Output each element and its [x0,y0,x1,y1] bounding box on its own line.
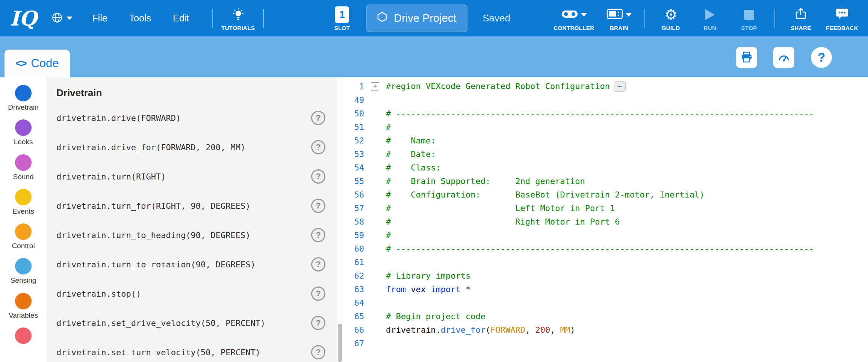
slot-button[interactable]: 1 SLOT [328,5,356,31]
brain-button[interactable]: BRAIN [605,5,633,31]
play-icon [705,9,715,20]
command-help-button[interactable]: ? [311,199,325,213]
category-rail: DrivetrainLooksSoundEventsControlSensing… [0,77,47,362]
code-line: 1+#region VEXcode Generated Robot Config… [343,80,868,93]
category-color-dot [15,119,32,136]
share-label: SHARE [791,25,811,31]
run-label: RUN [704,25,717,31]
line-number: 52 [343,136,364,145]
category-variables[interactable]: Variables [0,293,47,327]
command-help-button[interactable]: ? [311,345,325,359]
command-help-button[interactable]: ? [311,257,325,272]
language-button[interactable] [51,12,73,25]
command-item[interactable]: drivetrain.drive(FORWARD)? [56,103,337,133]
command-help-button[interactable]: ? [311,287,325,301]
brain-icon [606,8,623,21]
command-help-button[interactable]: ? [311,228,325,242]
code-line: 63from vex import * [343,282,868,296]
divider [212,9,213,28]
slot-label: SLOT [334,25,350,31]
hexagon-icon [377,12,387,25]
scrollbar-thumb[interactable] [338,324,342,362]
tutorials-button[interactable]: TUTORIALS [221,5,255,31]
category-sound[interactable]: Sound [0,154,47,189]
command-item[interactable]: drivetrain.turn_for(RIGHT, 90, DEGREES)? [56,191,337,220]
chevron-down-icon [67,17,73,20]
category-label: Variables [9,311,38,320]
menu-file[interactable]: File [85,13,114,24]
command-item[interactable]: drivetrain.stop()? [56,279,337,308]
code-lines: 1+#region VEXcode Generated Robot Config… [343,80,868,350]
category-sensing[interactable]: Sensing [0,258,47,293]
command-item[interactable]: drivetrain.turn_to_rotation(90, DEGREES)… [56,250,337,279]
slot-icon: 1 [335,5,349,24]
tutorials-label: TUTORIALS [221,25,255,31]
lightbulb-icon [232,5,245,24]
controller-button[interactable]: CONTROLLER [553,5,594,31]
line-number: 58 [343,217,364,226]
command-item[interactable]: drivetrain.set_turn_velocity(50, PERCENT… [56,338,337,362]
gauge-icon [777,51,790,64]
line-number: 61 [343,258,364,267]
brain-label: BRAIN [610,25,629,31]
code-line: 49 [343,93,868,107]
code-line: 50# ------------------------------------… [343,107,868,120]
build-button[interactable]: ⚙︎ BUILD [656,5,685,31]
line-number: 62 [343,271,364,281]
project-name: Drive Project [394,12,456,24]
category-partial[interactable] [0,327,47,362]
project-name-button[interactable]: Drive Project [366,5,467,32]
code-text: #region VEXcode Generated Robot Configur… [386,81,626,92]
fold-toggle-icon[interactable]: + [371,82,379,90]
controller-label: CONTROLLER [553,25,594,31]
command-item[interactable]: drivetrain.drive_for(FORWARD, 200, MM)? [56,133,337,162]
print-button[interactable] [736,47,757,68]
code-line: 60# ------------------------------------… [343,242,868,255]
category-color-dot [15,327,32,344]
command-item[interactable]: drivetrain.set_drive_velocity(50, PERCEN… [56,308,337,338]
line-number: 64 [343,298,364,308]
category-color-dot [15,154,32,171]
command-help-button[interactable]: ? [311,169,325,184]
divider [644,9,645,28]
help-icon: ? [818,50,825,65]
command-help-button[interactable]: ? [311,316,325,330]
divider [774,9,775,28]
code-text: # --------------------------------------… [386,244,814,253]
tab-code[interactable]: <> Code [5,50,70,77]
code-editor[interactable]: 1+#region VEXcode Generated Robot Config… [343,77,868,362]
category-events[interactable]: Events [0,189,47,223]
line-number: 63 [343,285,364,294]
panel-scrollbar[interactable] [337,77,343,362]
globe-icon [51,12,63,25]
command-text: drivetrain.drive(FORWARD) [56,113,181,123]
code-line: 61 [343,255,868,269]
category-color-dot [15,85,32,101]
menu-tools[interactable]: Tools [122,13,158,24]
code-line: 62# Library imports [343,269,868,282]
help-button[interactable]: ? [811,47,832,68]
command-item[interactable]: drivetrain.turn(RIGHT)? [56,162,337,191]
run-button[interactable]: RUN [696,5,724,31]
build-label: BUILD [662,25,680,31]
code-line: 54# Class: [343,161,868,174]
stop-button[interactable]: STOP [735,5,763,31]
stop-icon [744,10,754,20]
share-button[interactable]: SHARE [786,5,815,31]
folded-region-chip[interactable]: ⋯ [614,81,626,92]
command-help-button[interactable]: ? [311,111,325,125]
menu-edit[interactable]: Edit [166,13,196,24]
feedback-button[interactable]: FEEDBACK [826,5,858,31]
code-text: # Begin project code [386,312,485,321]
dashboard-button[interactable] [773,47,794,68]
category-looks[interactable]: Looks [0,119,47,154]
command-help-button[interactable]: ? [311,140,325,154]
category-color-dot [15,223,32,240]
code-line: 64 [343,296,868,309]
category-control[interactable]: Control [0,223,47,258]
line-number: 50 [343,109,364,118]
command-item[interactable]: drivetrain.turn_to_heading(90, DEGREES)? [56,220,337,250]
line-number: 60 [343,244,364,253]
category-drivetrain[interactable]: Drivetrain [0,85,47,119]
code-text: # Class: [386,163,441,172]
